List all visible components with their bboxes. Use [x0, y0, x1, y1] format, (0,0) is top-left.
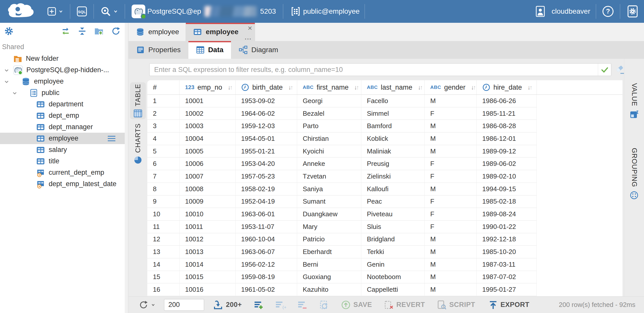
- refresh-result-button[interactable]: [139, 300, 155, 310]
- cell-emp_no[interactable]: 10010: [180, 208, 236, 221]
- cell-hire_date[interactable]: 1985-11-21: [477, 107, 537, 120]
- cell-hire_date[interactable]: 1987-07-02: [477, 271, 537, 284]
- sort-arrows-icon[interactable]: ↓↑: [418, 84, 423, 90]
- cell-emp_no[interactable]: 10003: [180, 120, 236, 132]
- column-header-gender[interactable]: ABCgender↓↑: [425, 80, 477, 94]
- cell-hire_date[interactable]: 1987-03-11: [477, 258, 537, 271]
- tree-item-dept-emp-latest-date[interactable]: dept_emp_latest_date: [0, 178, 128, 190]
- column-header-hire_date[interactable]: hire_date↓↑: [477, 80, 537, 94]
- cell-hire_date[interactable]: 1989-09-12: [477, 145, 537, 158]
- cell-hire_date[interactable]: 1995-01-27: [477, 283, 537, 296]
- tree-item-employee[interactable]: employee: [0, 76, 128, 87]
- cell-emp_no[interactable]: 10012: [180, 233, 236, 246]
- cell-last_name[interactable]: Piveteau: [361, 208, 425, 221]
- cell-gender[interactable]: F: [425, 170, 477, 183]
- cell-#[interactable]: 13: [147, 246, 180, 258]
- chevron-expanded-icon[interactable]: [12, 90, 18, 96]
- cell-birth_date[interactable]: 1953-09-02: [236, 95, 297, 107]
- cell-emp_no[interactable]: 10001: [180, 95, 236, 107]
- script-button[interactable]: SCRIPT: [437, 300, 475, 310]
- cell-#[interactable]: 9: [147, 195, 180, 208]
- cell-emp_no[interactable]: 10009: [180, 195, 236, 208]
- cell-first_name[interactable]: Bezalel: [297, 107, 361, 120]
- cell-gender[interactable]: F: [425, 195, 477, 208]
- cell-emp_no[interactable]: 10004: [180, 132, 236, 145]
- cell-first_name[interactable]: Saniya: [297, 183, 361, 195]
- cell-hire_date[interactable]: 1994-09-15: [477, 183, 537, 195]
- cell-birth_date[interactable]: 1955-01-21: [236, 145, 297, 158]
- cell-gender[interactable]: F: [425, 208, 477, 221]
- cell-emp_no[interactable]: 10006: [180, 158, 236, 170]
- cell-birth_date[interactable]: 1953-04-20: [236, 158, 297, 170]
- fetch-more-button[interactable]: 200+: [213, 300, 242, 310]
- chevron-expanded-icon[interactable]: [4, 67, 10, 73]
- cell-emp_no[interactable]: 10014: [180, 258, 236, 271]
- cell-last_name[interactable]: Peac: [361, 195, 425, 208]
- column-header-birth_date[interactable]: birth_date↓↑: [236, 80, 297, 94]
- cell-#[interactable]: 7: [147, 170, 180, 183]
- cell-gender[interactable]: M: [425, 233, 477, 246]
- cell-first_name[interactable]: Kyoichi: [297, 145, 361, 158]
- apply-filter-button[interactable]: [598, 64, 611, 76]
- cell-hire_date[interactable]: 1986-06-26: [477, 95, 537, 107]
- cell-first_name[interactable]: Kazuhito: [297, 283, 361, 296]
- collapse-all-icon[interactable]: [78, 27, 86, 35]
- save-button[interactable]: SAVE: [341, 300, 372, 310]
- tab-data[interactable]: Data: [188, 41, 231, 59]
- cell-last_name[interactable]: Nooteboom: [361, 271, 425, 284]
- new-folder-icon[interactable]: [94, 26, 104, 36]
- cell-emp_no[interactable]: 10015: [180, 271, 236, 284]
- cell-hire_date[interactable]: 1986-12-01: [477, 132, 537, 145]
- cell-birth_date[interactable]: 1958-02-19: [236, 183, 297, 195]
- tree-item-department[interactable]: department: [0, 99, 128, 110]
- cell-#[interactable]: 2: [147, 107, 180, 120]
- cell-birth_date[interactable]: 1957-05-23: [236, 170, 297, 183]
- cell-last_name[interactable]: Zielinski: [361, 170, 425, 183]
- cell-first_name[interactable]: Georgi: [297, 95, 361, 107]
- sidebar-scrollbar[interactable]: [125, 23, 128, 313]
- sort-arrows-icon[interactable]: ↓↑: [228, 84, 233, 90]
- add-row-button[interactable]: [254, 300, 264, 310]
- cell-first_name[interactable]: Chirstian: [297, 132, 361, 145]
- cell-first_name[interactable]: Tzvetan: [297, 170, 361, 183]
- cell-first_name[interactable]: Guoxiang: [297, 271, 361, 284]
- new-connection-button[interactable]: [47, 6, 63, 16]
- cell-hire_date[interactable]: 1986-08-28: [477, 120, 537, 132]
- node-actions-icon[interactable]: [107, 135, 116, 142]
- cell-#[interactable]: 3: [147, 120, 180, 132]
- cell-birth_date[interactable]: 1960-10-04: [236, 233, 297, 246]
- cell-emp_no[interactable]: 10011: [180, 221, 236, 233]
- sort-arrows-icon[interactable]: ↓↑: [354, 84, 359, 90]
- cell-hire_date[interactable]: 1989-08-24: [477, 208, 537, 221]
- tree-item-current-dept-emp[interactable]: current_dept_emp: [0, 167, 128, 178]
- cell-emp_no[interactable]: 10005: [180, 145, 236, 158]
- cell-#[interactable]: 10: [147, 208, 180, 221]
- cell-gender[interactable]: M: [425, 120, 477, 132]
- driver-manager-button[interactable]: [100, 6, 118, 17]
- cell-#[interactable]: 8: [147, 183, 180, 195]
- sidebar-settings-gear-icon[interactable]: [4, 26, 14, 36]
- cell-birth_date[interactable]: 1964-06-02: [236, 107, 297, 120]
- cell-first_name[interactable]: Patricio: [297, 233, 361, 246]
- cell-first_name[interactable]: Berni: [297, 258, 361, 271]
- cell-last_name[interactable]: Cappelletti: [361, 283, 425, 296]
- cell-hire_date[interactable]: 1990-01-22: [477, 221, 537, 233]
- editor-tab-employee-active[interactable]: employee× ...: [186, 23, 255, 41]
- cell-first_name[interactable]: Sumant: [297, 195, 361, 208]
- cell-#[interactable]: 12: [147, 233, 180, 246]
- tab-properties[interactable]: Properties: [129, 41, 188, 59]
- cell-hire_date[interactable]: 1992-12-18: [477, 233, 537, 246]
- cell-#[interactable]: 5: [147, 145, 180, 158]
- tree-item-dept-emp[interactable]: dept_emp: [0, 110, 128, 121]
- cell-birth_date[interactable]: 1959-12-03: [236, 120, 297, 132]
- column-header-last_name[interactable]: ABClast_name↓↑: [361, 80, 425, 94]
- cell-#[interactable]: 11: [147, 221, 180, 233]
- duplicate-row-button[interactable]: (+): [275, 300, 287, 310]
- cell-last_name[interactable]: Kalloufi: [361, 183, 425, 195]
- cell-gender[interactable]: M: [425, 271, 477, 284]
- export-button[interactable]: EXPORT: [488, 300, 529, 310]
- cell-gender[interactable]: M: [425, 95, 477, 107]
- cell-hire_date[interactable]: 1989-06-02: [477, 158, 537, 170]
- tab-diagram[interactable]: Diagram: [231, 41, 286, 59]
- tree-item-employee[interactable]: employee: [0, 133, 128, 144]
